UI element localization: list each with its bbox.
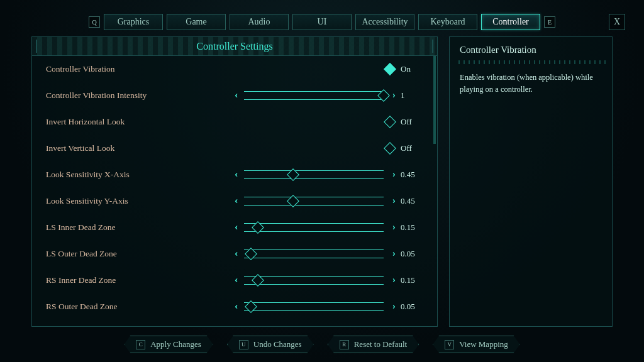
toggle-value: On [401,64,411,74]
setting-label: Invert Vertical Look [46,143,235,153]
setting-control[interactable]: ‹‹››0.45 [235,196,423,206]
diamond-icon[interactable] [384,116,396,128]
info-panel: Controller Vibration Enables vibration (… [449,36,613,327]
slider-track[interactable] [244,250,383,258]
footer-button-label: Undo Changes [253,339,302,349]
tab-graphics[interactable]: Graphics [104,14,163,30]
slider-thumb[interactable] [252,274,265,287]
footer-reset-to-default-button[interactable]: RReset to Default [328,336,419,353]
setting-label: Controller Vibration Intensity [46,90,235,101]
close-button[interactable]: X [609,14,625,30]
prev-tab-key-hint: Q [89,16,100,28]
setting-row-ls_outer: LS Outer Dead Zone‹‹››0.05 [32,241,437,267]
chevron-right-icon[interactable]: ›› [392,250,393,258]
setting-control[interactable]: Off [235,117,423,127]
slider-value: 0.15 [401,222,423,233]
slider-thumb[interactable] [287,168,299,181]
info-title: Controller Vibration [450,37,612,60]
setting-row-vibration: Controller VibrationOn [32,56,437,82]
slider-track[interactable] [244,302,383,311]
chevron-left-icon[interactable]: ‹‹ [235,197,235,206]
footer-apply-changes-button[interactable]: CApply Changes [124,336,213,353]
tab-ui[interactable]: UI [292,14,352,30]
setting-control[interactable]: ‹‹››0.15 [235,275,423,285]
setting-row-rs_inner: RS Inner Dead Zone‹‹››0.15 [32,267,437,293]
chevron-left-icon[interactable]: ‹‹ [235,91,235,100]
key-hint: U [239,340,248,349]
chevron-right-icon[interactable]: ›› [392,276,393,285]
slider-value: 0.15 [401,275,423,285]
setting-label: RS Inner Dead Zone [46,275,235,285]
chevron-left-icon[interactable]: ‹‹ [235,302,235,311]
slider-thumb[interactable] [245,300,257,313]
slider-thumb[interactable] [377,89,390,102]
chevron-right-icon[interactable]: ›› [392,197,393,206]
key-hint: C [136,340,145,349]
chevron-right-icon[interactable]: ›› [392,302,393,311]
footer-bar: CApply ChangesUUndo ChangesRReset to Def… [0,336,644,353]
info-body: Enables vibration (when applicable) whil… [450,64,612,103]
next-tab-key-hint: E [544,16,555,28]
setting-control[interactable]: ‹‹››0.05 [235,302,423,312]
key-hint: V [445,340,454,349]
setting-row-sens_x: Look Sensitivity X-Axis‹‹››0.45 [32,162,437,188]
chevron-right-icon[interactable]: ›› [392,91,393,100]
setting-control[interactable]: ‹‹››0.45 [235,170,423,180]
setting-label: Controller Vibration [46,64,235,74]
slider-thumb[interactable] [287,195,299,207]
footer-button-label: Reset to Default [354,339,407,349]
tab-keyboard[interactable]: Keyboard [418,14,477,30]
settings-panel: Controller Settings Controller Vibration… [31,36,438,327]
slider-track[interactable] [244,223,383,232]
setting-control[interactable]: ‹‹››0.15 [235,222,423,233]
chevron-left-icon[interactable]: ‹‹ [235,170,235,179]
chevron-left-icon[interactable]: ‹‹ [235,250,235,258]
key-hint: R [340,340,349,349]
toggle-value: Off [401,117,412,127]
panel-title: Controller Settings [32,37,437,56]
chevron-right-icon[interactable]: ›› [392,223,393,232]
setting-row-sens_y: Look Sensitivity Y-Axis‹‹››0.45 [32,188,437,214]
setting-row-rs_outer: RS Outer Dead Zone‹‹››0.05 [32,293,437,320]
settings-list: Controller VibrationOnController Vibrati… [32,56,437,326]
tab-controller[interactable]: Controller [481,14,540,30]
slider-thumb[interactable] [245,248,257,260]
main-content: Controller Settings Controller Vibration… [31,36,613,327]
diamond-icon[interactable] [384,142,396,155]
setting-control[interactable]: On [235,64,423,74]
setting-control[interactable]: ‹‹››0.05 [235,249,423,259]
setting-row-ls_inner: LS Inner Dead Zone‹‹››0.15 [32,214,437,241]
chevron-left-icon[interactable]: ‹‹ [235,223,235,232]
slider-track[interactable] [244,91,383,100]
chevron-right-icon[interactable]: ›› [392,170,393,179]
footer-button-label: Apply Changes [150,339,201,349]
setting-control[interactable]: Off [235,143,423,153]
tab-accessibility[interactable]: Accessibility [355,14,414,30]
slider-thumb[interactable] [252,221,265,234]
diamond-icon[interactable] [384,63,396,75]
setting-label: RS Outer Dead Zone [46,302,235,312]
slider-track[interactable] [244,170,383,179]
slider-value: 1 [401,90,423,101]
setting-label: LS Inner Dead Zone [46,222,235,233]
footer-undo-changes-button[interactable]: UUndo Changes [227,336,314,353]
toggle-value: Off [401,143,412,153]
footer-button-label: View Mapping [459,339,508,349]
tab-audio[interactable]: Audio [230,14,289,30]
setting-row-vibration_int: Controller Vibration Intensity‹‹››1 [32,82,437,109]
tab-bar: Q GraphicsGameAudioUIAccessibilityKeyboa… [0,14,644,30]
setting-label: Look Sensitivity X-Axis [46,170,235,180]
setting-row-invert_h: Invert Horizontal LookOff [32,109,437,135]
slider-value: 0.45 [401,170,423,180]
setting-label: Look Sensitivity Y-Axis [46,196,235,206]
tab-game[interactable]: Game [167,14,226,30]
slider-value: 0.45 [401,196,423,206]
setting-label: Invert Horizontal Look [46,117,235,127]
setting-control[interactable]: ‹‹››1 [235,90,423,101]
setting-row-invert_v: Invert Vertical LookOff [32,135,437,162]
slider-track[interactable] [244,276,383,285]
footer-view-mapping-button[interactable]: VView Mapping [433,336,520,353]
slider-track[interactable] [244,197,383,206]
chevron-left-icon[interactable]: ‹‹ [235,276,235,285]
setting-label: LS Outer Dead Zone [46,249,235,259]
